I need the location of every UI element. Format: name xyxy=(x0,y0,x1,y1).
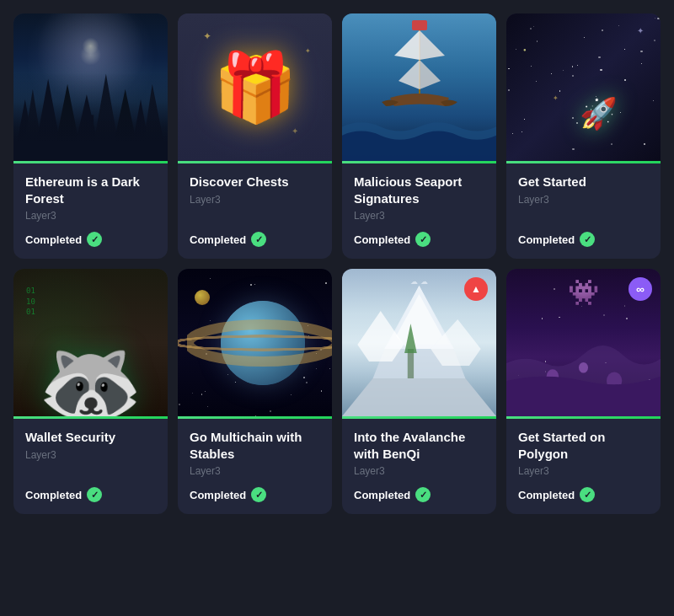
svg-rect-10 xyxy=(88,115,94,161)
status-label: Completed xyxy=(354,233,410,246)
status-check-icon: ✓ xyxy=(87,487,102,502)
card-title: Into the Avalanche with BenQi xyxy=(354,429,484,462)
svg-marker-6 xyxy=(110,88,141,161)
status-check-icon: ✓ xyxy=(580,487,595,502)
card-malicious-seaport[interactable]: Malicious Seaport SignaturesLayer3Comple… xyxy=(342,13,496,259)
card-body: Go Multichain with StablesLayer3Complete… xyxy=(178,419,332,514)
card-go-multichain[interactable]: Go Multichain with StablesLayer3Complete… xyxy=(178,269,332,514)
card-body: Discover ChestsLayer3Completed✓ xyxy=(178,163,332,259)
svg-marker-13 xyxy=(394,30,420,60)
svg-rect-24 xyxy=(408,349,414,378)
card-wallet-security[interactable]: 🦝 011001 Wallet SecurityLayer3Completed✓ xyxy=(13,269,168,514)
card-subtitle: Layer3 xyxy=(190,194,320,206)
status-label: Completed xyxy=(518,489,575,501)
card-image: 🦝 011001 xyxy=(13,269,168,416)
card-status: Completed✓ xyxy=(25,232,156,247)
card-title: Malicious Seaport Signatures xyxy=(354,174,484,206)
svg-point-16 xyxy=(189,324,332,362)
card-subtitle: Layer3 xyxy=(518,465,649,477)
card-title: Go Multichain with Stables xyxy=(190,429,320,462)
card-get-started[interactable]: 🚀 ✦ ● ✦ Get StartedLayer3Completed✓ xyxy=(506,13,661,259)
svg-marker-12 xyxy=(420,30,445,60)
card-status: Completed✓ xyxy=(518,232,649,247)
status-check-icon: ✓ xyxy=(251,487,266,502)
svg-marker-15 xyxy=(399,60,420,89)
card-body: Malicious Seaport SignaturesLayer3Comple… xyxy=(342,163,496,259)
status-label: Completed xyxy=(190,489,246,501)
status-check-icon: ✓ xyxy=(580,232,595,247)
card-status: Completed✓ xyxy=(354,487,484,502)
card-title: Ethereum is a Dark Forest xyxy=(25,174,156,206)
card-body: Get Started on PolygonLayer3Completed✓ xyxy=(506,419,661,514)
card-image: 🎁 ✦ ✦ ✦ xyxy=(178,13,332,161)
card-image: 🚀 ✦ ● ✦ xyxy=(506,13,661,161)
card-image: 👾 ∞ xyxy=(506,269,661,416)
status-label: Completed xyxy=(190,233,246,246)
card-subtitle: Layer3 xyxy=(518,194,649,206)
svg-marker-14 xyxy=(420,60,441,89)
card-image xyxy=(178,269,332,416)
svg-marker-5 xyxy=(91,73,122,161)
svg-marker-0 xyxy=(13,99,36,162)
status-label: Completed xyxy=(25,489,82,501)
card-title: Get Started on Polygon xyxy=(518,429,649,462)
status-check-icon: ✓ xyxy=(415,487,431,502)
svg-rect-9 xyxy=(83,120,86,161)
card-status: Completed✓ xyxy=(354,232,484,247)
card-body: Into the Avalanche with BenQiLayer3Compl… xyxy=(342,419,496,514)
svg-point-27 xyxy=(579,362,588,373)
card-image xyxy=(13,13,168,161)
card-body: Get StartedLayer3Completed✓ xyxy=(506,163,661,259)
card-body: Ethereum is a Dark ForestLayer3Completed… xyxy=(13,163,168,259)
card-subtitle: Layer3 xyxy=(25,210,156,222)
card-status: Completed✓ xyxy=(190,487,320,502)
status-label: Completed xyxy=(518,233,575,246)
card-title: Wallet Security xyxy=(25,429,156,446)
card-badge: ▲ xyxy=(464,277,488,301)
card-subtitle: Layer3 xyxy=(190,465,320,477)
status-check-icon: ✓ xyxy=(87,232,102,247)
status-label: Completed xyxy=(354,489,410,501)
card-image: ☁ ☁ ▲ xyxy=(342,269,496,416)
svg-marker-7 xyxy=(129,99,152,162)
card-title: Get Started xyxy=(518,174,649,190)
svg-marker-4 xyxy=(72,94,103,161)
card-status: Completed✓ xyxy=(190,232,320,247)
svg-marker-1 xyxy=(21,88,44,161)
card-grid: Ethereum is a Dark ForestLayer3Completed… xyxy=(13,13,661,514)
svg-marker-8 xyxy=(141,83,168,161)
card-status: Completed✓ xyxy=(25,487,156,502)
card-title: Discover Chests xyxy=(190,174,320,190)
card-subtitle: Layer3 xyxy=(25,449,156,461)
card-status: Completed✓ xyxy=(518,487,649,502)
card-discover-chests[interactable]: 🎁 ✦ ✦ ✦ Discover ChestsLayer3Completed✓ xyxy=(178,13,332,259)
status-check-icon: ✓ xyxy=(251,232,266,247)
card-subtitle: Layer3 xyxy=(354,210,484,222)
svg-marker-20 xyxy=(342,378,496,416)
svg-marker-22 xyxy=(357,311,404,362)
card-body: Wallet SecurityLayer3Completed✓ xyxy=(13,419,168,514)
card-ethereum-dark-forest[interactable]: Ethereum is a Dark ForestLayer3Completed… xyxy=(13,13,168,259)
svg-marker-3 xyxy=(52,83,83,161)
card-image xyxy=(342,13,496,161)
svg-marker-2 xyxy=(33,78,64,161)
status-label: Completed xyxy=(25,233,82,246)
card-subtitle: Layer3 xyxy=(354,465,484,477)
card-polygon[interactable]: 👾 ∞ Get Started on PolygonLayer3Complete… xyxy=(506,269,661,514)
card-badge: ∞ xyxy=(629,277,652,301)
status-check-icon: ✓ xyxy=(415,232,431,247)
card-avalanche-benqi[interactable]: ☁ ☁ ▲ Into the Avalanche with BenQiLayer… xyxy=(342,269,496,514)
